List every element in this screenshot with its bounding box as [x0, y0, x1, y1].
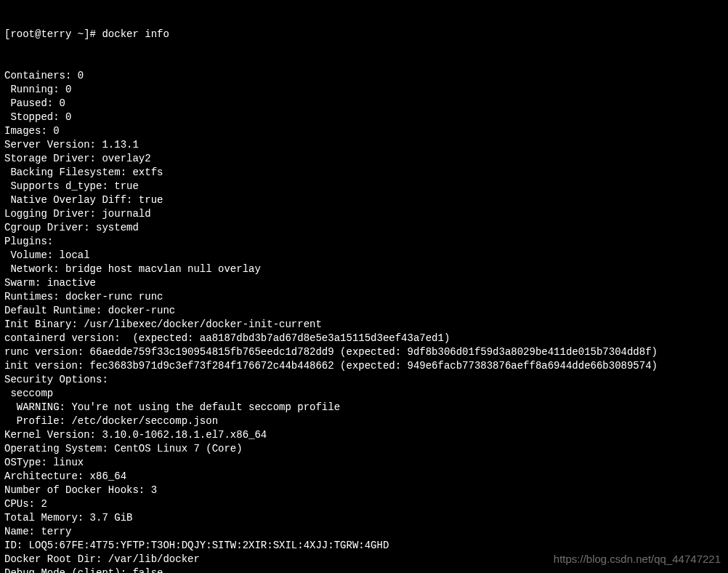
output-line: OSType: linux	[4, 456, 724, 470]
output-line: WARNING: You're not using the default se…	[4, 401, 724, 414]
output-line: Network: bridge host macvlan null overla…	[4, 263, 724, 276]
output-line: Kernel Version: 3.10.0-1062.18.1.el7.x86…	[4, 428, 724, 442]
output-line: runc version: 66aedde759f33c190954815fb7…	[4, 345, 724, 359]
output-lines: Containers: 0 Running: 0 Paused: 0 Stopp…	[4, 69, 724, 573]
output-line: Total Memory: 3.7 GiB	[4, 511, 724, 525]
output-line: Operating System: CentOS Linux 7 (Core)	[4, 442, 724, 456]
output-line: Init Binary: /usr/libexec/docker/docker-…	[4, 318, 724, 332]
watermark-text: https://blog.csdn.net/qq_44747221	[554, 552, 721, 566]
output-line: containerd version: (expected: aa8187dbd…	[4, 332, 724, 345]
output-line: Number of Docker Hooks: 3	[4, 484, 724, 497]
output-line: Running: 0	[4, 83, 724, 97]
output-line: init version: fec3683b971d9c3ef73f284f17…	[4, 359, 724, 373]
output-line: Supports d_type: true	[4, 180, 724, 193]
output-line: Name: terry	[4, 525, 724, 539]
terminal-output[interactable]: [root@terry ~]# docker info Containers: …	[0, 0, 728, 573]
output-line: Runtimes: docker-runc runc	[4, 290, 724, 304]
output-line: CPUs: 2	[4, 497, 724, 511]
output-line: Logging Driver: journald	[4, 207, 724, 221]
output-line: Backing Filesystem: extfs	[4, 166, 724, 180]
output-line: Containers: 0	[4, 69, 724, 83]
output-line: Default Runtime: docker-runc	[4, 304, 724, 318]
output-line: Storage Driver: overlay2	[4, 152, 724, 166]
output-line: Debug Mode (client): false	[4, 566, 724, 573]
output-line: Security Options:	[4, 373, 724, 387]
output-line: Volume: local	[4, 249, 724, 263]
output-line: ID: LOQ5:67FE:4T75:YFTP:T3OH:DQJY:SITW:2…	[4, 539, 724, 553]
output-line: Cgroup Driver: systemd	[4, 221, 724, 235]
output-line: Native Overlay Diff: true	[4, 193, 724, 207]
prompt-line: [root@terry ~]# docker info	[4, 28, 724, 41]
output-line: Swarm: inactive	[4, 276, 724, 290]
output-line: seccomp	[4, 387, 724, 401]
output-line: Paused: 0	[4, 97, 724, 111]
output-line: Profile: /etc/docker/seccomp.json	[4, 414, 724, 428]
output-line: Server Version: 1.13.1	[4, 138, 724, 152]
output-line: Plugins:	[4, 235, 724, 249]
output-line: Stopped: 0	[4, 111, 724, 124]
output-line: Architecture: x86_64	[4, 470, 724, 484]
output-line: Images: 0	[4, 124, 724, 138]
